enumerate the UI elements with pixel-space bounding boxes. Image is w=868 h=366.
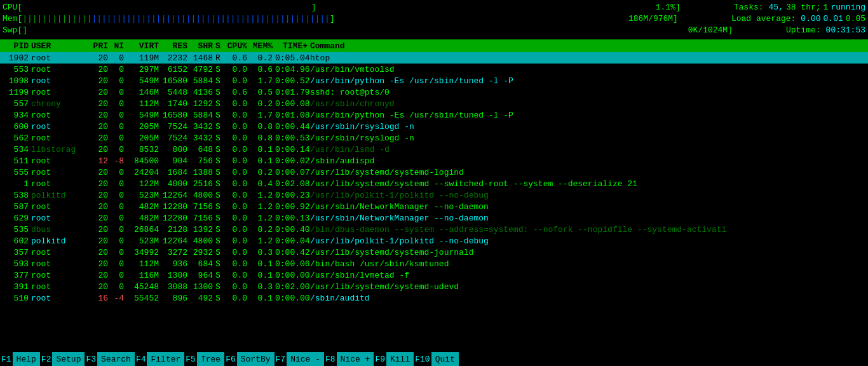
- virt: 112M: [126, 99, 161, 109]
- virt: 55452: [126, 294, 161, 303]
- swp-label: Swp[: [3, 25, 22, 35]
- time: 0:01.79: [275, 88, 310, 97]
- user: root: [31, 168, 88, 177]
- table-row[interactable]: 510 root 16 -4 55452 896 492 S 0.0 0.1 0…: [0, 292, 868, 304]
- col-header-ni[interactable]: NI: [111, 41, 126, 51]
- pri: 20: [88, 133, 111, 143]
- table-header: PID USER PRI NI VIRT RES SHR S CPU% MEM%…: [0, 39, 868, 52]
- user: root: [31, 156, 88, 166]
- pid: 1: [3, 179, 31, 189]
- fkey-f2[interactable]: F2Setup: [40, 352, 85, 366]
- cpu: 0.0: [224, 145, 250, 154]
- pri: 20: [88, 202, 111, 212]
- fkey-f9[interactable]: F9Kill: [374, 352, 414, 366]
- user: root: [31, 122, 88, 132]
- mem: 0.1: [250, 156, 275, 166]
- res: 7524: [161, 133, 190, 143]
- virt: 482M: [126, 214, 161, 223]
- s: R: [215, 53, 224, 63]
- pid: 1098: [3, 76, 31, 86]
- shr: 1392: [190, 225, 215, 234]
- virt: 549M: [126, 76, 161, 86]
- table-row[interactable]: 535 dbus 20 0 26864 2128 1392 S 0.0 0.2 …: [0, 224, 868, 235]
- cpu: 0.0: [224, 202, 250, 212]
- table-row[interactable]: 391 root 20 0 45248 3088 1300 S 0.0 0.3 …: [0, 281, 868, 292]
- tasks-count: 45,: [769, 3, 783, 12]
- table-row[interactable]: 538 polkitd 20 0 523M 12264 4800 S 0.0 1…: [0, 189, 868, 201]
- pri: 20: [88, 248, 111, 257]
- table-row[interactable]: 587 root 20 0 482M 12280 7156 S 0.0 1.2 …: [0, 201, 868, 212]
- table-row[interactable]: 555 root 20 0 24204 1684 1388 S 0.0 0.2 …: [0, 166, 868, 178]
- table-row[interactable]: 1902 root 20 0 119M 2232 1468 R 0.6 0.2 …: [0, 52, 868, 64]
- table-row[interactable]: 511 root 12 -8 84500 904 756 S 0.0 0.1 0…: [0, 155, 868, 166]
- col-header-s[interactable]: S: [215, 41, 224, 51]
- mem: 0.4: [250, 179, 275, 189]
- cpu: 0.0: [224, 282, 250, 292]
- table-row[interactable]: 1199 root 20 0 146M 5448 4136 S 0.6 0.5 …: [0, 86, 868, 98]
- mem-val: 186M/976M]: [628, 14, 678, 24]
- col-header-user[interactable]: USER: [31, 41, 88, 51]
- table-row[interactable]: 553 root 20 0 297M 6152 4792 S 0.0 0.6 0…: [0, 64, 868, 75]
- ni: 0: [111, 88, 126, 97]
- col-header-cmd[interactable]: Command: [310, 41, 865, 51]
- mem: 0.3: [250, 282, 275, 292]
- pri: 20: [88, 214, 111, 223]
- table-row[interactable]: 534 libstorag 20 0 8532 800 648 S 0.0 0.…: [0, 144, 868, 155]
- pid: 510: [3, 294, 31, 303]
- ni: 0: [111, 282, 126, 292]
- ni: 0: [111, 111, 126, 120]
- time: 0:01.08: [275, 111, 310, 120]
- res: 12264: [161, 191, 190, 200]
- cmd: /usr/lib/polkit-1/polkitd --no-debug: [310, 236, 865, 246]
- table-row[interactable]: 377 root 20 0 116M 1300 964 S 0.0 0.1 0:…: [0, 269, 868, 281]
- time: 0:00.00: [275, 294, 310, 303]
- col-header-shr[interactable]: SHR: [190, 41, 215, 51]
- table-row[interactable]: 593 root 20 0 112M 936 684 S 0.0 0.1 0:0…: [0, 258, 868, 269]
- s: S: [215, 156, 224, 166]
- pri: 20: [88, 271, 111, 280]
- fkey-label-f7: Nice -: [287, 352, 324, 366]
- table-row[interactable]: 1 root 20 0 122M 4000 2516 S 0.0 0.4 0:0…: [0, 178, 868, 189]
- fkey-f1[interactable]: F1Help: [0, 352, 40, 366]
- table-row[interactable]: 357 root 20 0 34992 3272 2932 S 0.0 0.3 …: [0, 247, 868, 258]
- fkey-num-f7: F7: [275, 355, 287, 364]
- fkey-f5[interactable]: F5Tree: [184, 352, 224, 366]
- uptime-label: Uptime:: [786, 25, 821, 35]
- fkey-f8[interactable]: F8Nice +: [324, 352, 374, 366]
- ni: 0: [111, 248, 126, 257]
- s: S: [215, 259, 224, 269]
- table-row[interactable]: 1098 root 20 0 549M 16580 5884 S 0.0 1.7…: [0, 75, 868, 86]
- mem: 0.1: [250, 294, 275, 303]
- tasks-running-label: 1: [824, 3, 829, 12]
- pid: 511: [3, 156, 31, 166]
- virt: 205M: [126, 133, 161, 143]
- fkey-f10[interactable]: F10Quit: [414, 352, 459, 366]
- user: root: [31, 111, 88, 120]
- pri: 12: [88, 156, 111, 166]
- footer: F1HelpF2SetupF3SearchF4FilterF5TreeF6Sor…: [0, 352, 868, 366]
- col-header-res[interactable]: RES: [161, 41, 190, 51]
- s: S: [215, 65, 224, 74]
- col-header-pid[interactable]: PID: [3, 41, 31, 51]
- virt: 482M: [126, 202, 161, 212]
- fkey-f6[interactable]: F6SortBy: [224, 352, 274, 366]
- pid: 593: [3, 259, 31, 269]
- col-header-mem[interactable]: MEM%: [250, 41, 275, 51]
- fkey-f4[interactable]: F4Filter: [135, 352, 184, 366]
- table-row[interactable]: 934 root 20 0 549M 16580 5884 S 0.0 1.7 …: [0, 109, 868, 121]
- table-row[interactable]: 557 chrony 20 0 112M 1740 1292 S 0.0 0.2…: [0, 98, 868, 109]
- col-header-time[interactable]: TIME+: [275, 41, 310, 51]
- fkey-f3[interactable]: F3Search: [85, 352, 134, 366]
- cpu: 0.0: [224, 122, 250, 132]
- table-row[interactable]: 629 root 20 0 482M 12280 7156 S 0.0 1.2 …: [0, 212, 868, 224]
- pid: 555: [3, 168, 31, 177]
- table-row[interactable]: 600 root 20 0 205M 7524 3432 S 0.0 0.8 0…: [0, 121, 868, 132]
- table-row[interactable]: 602 polkitd 20 0 523M 12264 4800 S 0.0 1…: [0, 235, 868, 247]
- col-header-cpu[interactable]: CPU%: [224, 41, 250, 51]
- fkey-f7[interactable]: F7Nice -: [275, 352, 324, 366]
- table-row[interactable]: 562 root 20 0 205M 7524 3432 S 0.0 0.8 0…: [0, 132, 868, 144]
- s: S: [215, 191, 224, 200]
- col-header-pri[interactable]: PRI: [88, 41, 111, 51]
- time: 0:00.40: [275, 225, 310, 234]
- col-header-virt[interactable]: VIRT: [126, 41, 161, 51]
